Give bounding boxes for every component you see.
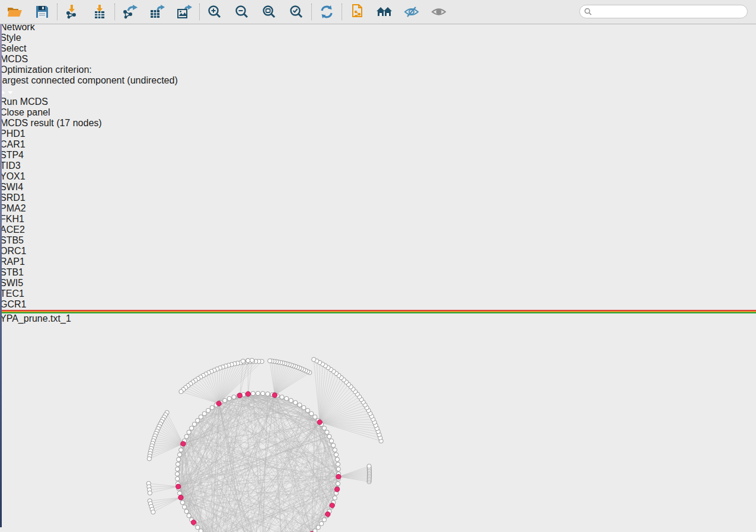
tab-style[interactable]: Style [0, 33, 756, 43]
network-node[interactable] [210, 406, 214, 410]
network-node[interactable] [334, 453, 338, 457]
network-graph[interactable] [0, 324, 516, 532]
mcds-node[interactable] [181, 441, 186, 446]
network-node[interactable] [256, 391, 260, 395]
tab-select[interactable]: Select [0, 43, 756, 54]
network-node[interactable] [176, 477, 180, 481]
mcds-node[interactable] [176, 484, 181, 489]
export-image-icon[interactable] [176, 3, 193, 21]
network-node[interactable] [266, 392, 270, 396]
network-node[interactable] [196, 418, 200, 422]
network-node[interactable] [289, 398, 293, 402]
network-node[interactable] [367, 464, 371, 468]
network-node[interactable] [148, 491, 152, 495]
network-node[interactable] [331, 443, 336, 447]
network-node[interactable] [202, 412, 206, 416]
network-node[interactable] [182, 505, 186, 509]
zoom-fit-icon[interactable] [260, 3, 278, 21]
import-network-icon[interactable] [63, 3, 81, 21]
network-node[interactable] [223, 398, 227, 402]
export-table-icon[interactable] [148, 3, 166, 21]
network-node[interactable] [320, 521, 324, 525]
network-node[interactable] [250, 358, 254, 363]
save-session-icon[interactable] [33, 3, 51, 21]
network-node[interactable] [232, 395, 236, 399]
mcds-node[interactable] [317, 419, 322, 424]
network-node[interactable] [227, 396, 231, 400]
mcds-result-item[interactable]: TID3 [0, 161, 756, 171]
mcds-result-item[interactable]: PMA2 [0, 203, 756, 214]
network-node[interactable] [176, 467, 180, 471]
show-home-icon[interactable] [375, 3, 393, 21]
network-node[interactable] [241, 359, 245, 363]
network-node[interactable] [184, 434, 189, 438]
search-input[interactable] [592, 7, 731, 17]
optimization-criterion-select[interactable]: largest connected component (undirected) [0, 75, 756, 97]
mcds-node[interactable] [272, 393, 277, 398]
mcds-result-item[interactable]: STB5 [0, 235, 756, 246]
mcds-node[interactable] [191, 520, 196, 525]
network-node[interactable] [199, 415, 203, 419]
mcds-result-item[interactable]: ACE2 [0, 225, 756, 235]
network-node[interactable] [336, 482, 340, 486]
mcds-result-list[interactable]: PHD1CAR1STP4TID3YOX1SWI4SRD1PMA2FKH1ACE2… [0, 129, 756, 310]
mcds-result-item[interactable]: ORC1 [0, 246, 756, 257]
network-node[interactable] [322, 518, 326, 522]
network-node[interactable] [310, 412, 314, 416]
network-node[interactable] [206, 408, 210, 412]
network-node[interactable] [261, 392, 265, 396]
network-node[interactable] [322, 426, 326, 430]
open-session-icon[interactable] [6, 3, 24, 21]
mcds-result-item[interactable]: STP4 [0, 150, 756, 161]
new-network-from-selection-icon[interactable] [348, 3, 366, 21]
network-node[interactable] [177, 457, 181, 462]
close-panel-button[interactable]: Close panel [0, 107, 63, 118]
zoom-selected-icon[interactable] [288, 3, 305, 21]
network-node[interactable] [177, 453, 181, 457]
mcds-result-item[interactable]: GCR1 [0, 299, 756, 310]
mcds-node[interactable] [330, 503, 334, 508]
network-node[interactable] [329, 439, 333, 443]
mcds-result-item[interactable]: STB1 [0, 267, 756, 278]
network-node[interactable] [187, 514, 191, 518]
network-node[interactable] [176, 462, 180, 466]
network-node[interactable] [175, 472, 179, 476]
mcds-node[interactable] [336, 475, 341, 479]
network-node[interactable] [298, 403, 302, 407]
mcds-result-item[interactable]: FKH1 [0, 214, 756, 225]
network-node[interactable] [192, 422, 196, 427]
network-node[interactable] [180, 501, 184, 505]
mcds-result-item[interactable]: RAP1 [0, 257, 756, 267]
mcds-node[interactable] [237, 393, 242, 398]
network-node[interactable] [184, 509, 189, 514]
network-node[interactable] [280, 395, 284, 399]
network-titlebar[interactable]: YPA_prune.txt_1 [0, 310, 756, 324]
network-node[interactable] [333, 496, 337, 500]
import-table-icon[interactable] [91, 3, 109, 21]
mcds-node[interactable] [178, 495, 183, 500]
mcds-result-item[interactable]: PHD1 [0, 129, 756, 139]
network-node[interactable] [325, 430, 329, 434]
search-field[interactable] [579, 5, 748, 18]
network-node[interactable] [190, 426, 194, 430]
network-node[interactable] [312, 357, 316, 361]
network-node[interactable] [151, 510, 155, 514]
mcds-result-item[interactable]: SRD1 [0, 193, 756, 203]
network-node[interactable] [177, 491, 181, 495]
mcds-node[interactable] [334, 487, 339, 492]
mcds-result-item[interactable]: YOX1 [0, 171, 756, 182]
network-node[interactable] [268, 359, 272, 363]
network-node[interactable] [285, 396, 289, 400]
network-canvas[interactable] [0, 324, 756, 532]
tab-mcds[interactable]: MCDS [0, 54, 756, 65]
run-mcds-button[interactable]: Run MCDS [0, 97, 59, 107]
network-node[interactable] [305, 408, 310, 412]
zoom-in-icon[interactable] [206, 3, 224, 21]
refresh-view-icon[interactable] [318, 3, 336, 21]
network-node[interactable] [302, 406, 306, 410]
mcds-result-item[interactable]: SWI5 [0, 278, 756, 289]
network-node[interactable] [335, 457, 339, 462]
network-node[interactable] [246, 358, 250, 363]
network-node[interactable] [333, 448, 337, 452]
zoom-out-icon[interactable] [233, 3, 251, 21]
